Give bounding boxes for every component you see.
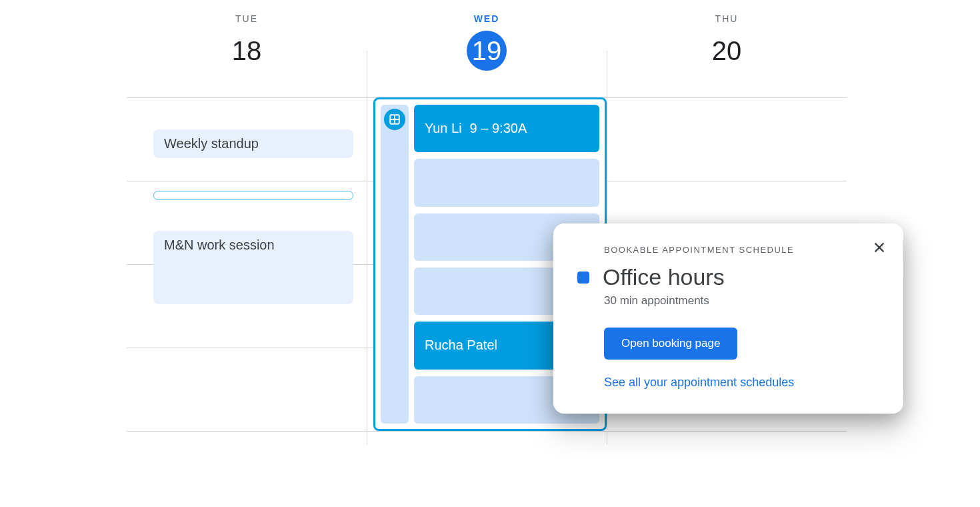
close-button[interactable] xyxy=(869,237,890,258)
grid-icon xyxy=(384,109,405,130)
event-empty-outline[interactable] xyxy=(153,191,353,200)
event-work-session[interactable]: M&N work session xyxy=(153,231,353,304)
open-booking-page-button[interactable]: Open booking page xyxy=(604,328,737,360)
event-title: Weekly standup xyxy=(164,136,259,151)
popup-title-row: Office hours xyxy=(577,264,879,290)
day-number: 20 xyxy=(707,31,747,71)
event-title: M&N work session xyxy=(164,237,275,252)
day-header-thu[interactable]: THU 20 xyxy=(607,13,847,71)
slot-attendee: Rucha Patel xyxy=(425,338,497,353)
day-label: WED xyxy=(367,13,607,24)
day-header-tue[interactable]: TUE 18 xyxy=(127,13,367,71)
popup-subtitle: 30 min appointments xyxy=(604,294,879,308)
appointment-schedule-popup: BOOKABLE APPOINTMENT SCHEDULE Office hou… xyxy=(553,223,903,414)
day-number: 18 xyxy=(227,31,267,71)
slot-time: 9 – 9:30A xyxy=(470,121,527,136)
color-chip-icon xyxy=(577,272,589,284)
appointment-slot[interactable] xyxy=(414,159,599,206)
column-tue[interactable]: Weekly standup M&N work session xyxy=(127,97,367,444)
see-all-schedules-link[interactable]: See all your appointment schedules xyxy=(604,376,879,390)
event-standup[interactable]: Weekly standup xyxy=(153,129,353,158)
day-headers: TUE 18 WED 19 THU 20 xyxy=(127,13,847,71)
day-number: 19 xyxy=(467,31,507,71)
slot-attendee: Yun Li xyxy=(425,121,462,136)
day-header-wed[interactable]: WED 19 xyxy=(367,13,607,71)
close-icon xyxy=(872,240,887,255)
day-label: TUE xyxy=(127,13,367,24)
appointment-sidebar xyxy=(381,105,409,424)
popup-title: Office hours xyxy=(603,264,725,290)
popup-eyebrow: BOOKABLE APPOINTMENT SCHEDULE xyxy=(604,245,879,255)
day-label: THU xyxy=(607,13,847,24)
appointment-slot[interactable]: Yun Li 9 – 9:30A xyxy=(414,105,599,152)
